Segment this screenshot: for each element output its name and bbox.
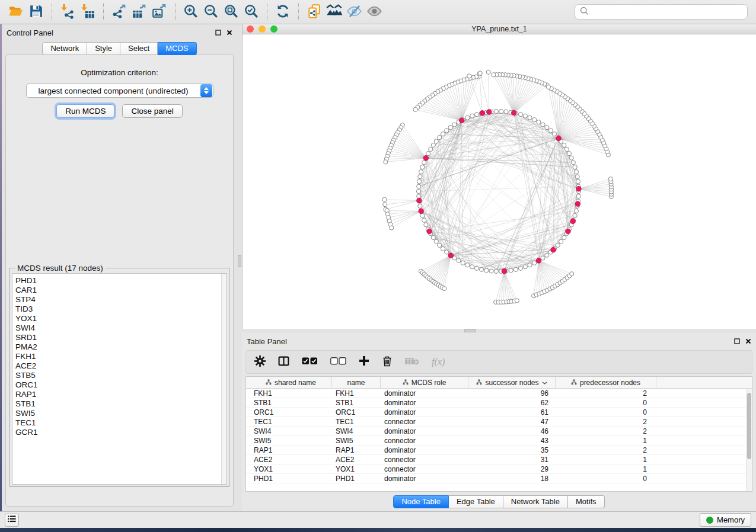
mcds-hub-node[interactable] bbox=[566, 229, 571, 234]
mcds-result-item[interactable]: SRD1 bbox=[15, 333, 227, 342]
mcds-hub-node[interactable] bbox=[576, 186, 582, 191]
network-overview-button[interactable] bbox=[324, 2, 344, 21]
zoom-out-button[interactable] bbox=[201, 2, 221, 21]
optimization-criterion-select[interactable]: largest connected component (undirected) bbox=[26, 84, 213, 98]
mcds-result-item[interactable]: GCR1 bbox=[15, 428, 227, 437]
mcds-hub-node[interactable] bbox=[502, 268, 507, 274]
table-row[interactable]: ORC1ORC1dominator610 bbox=[246, 408, 752, 417]
mcds-hub-node[interactable] bbox=[575, 201, 580, 207]
mcds-result-item[interactable]: PMA2 bbox=[15, 342, 227, 352]
mcds-result-item[interactable]: STB1 bbox=[15, 399, 227, 409]
mcds-hub-node[interactable] bbox=[419, 209, 424, 214]
mcds-hub-node[interactable] bbox=[448, 253, 454, 258]
column-header-successor-nodes[interactable]: successor nodes bbox=[468, 377, 556, 388]
table-row[interactable]: PHD1PHD1dominator180 bbox=[246, 474, 752, 483]
mcds-hub-node[interactable] bbox=[486, 110, 492, 115]
mcds-result-item[interactable]: FKH1 bbox=[15, 352, 227, 361]
node-table[interactable]: shared namenameMCDS rolesuccessor nodesp… bbox=[245, 376, 752, 492]
tab-style[interactable]: Style bbox=[87, 42, 120, 55]
mcds-result-item[interactable]: SWI4 bbox=[15, 323, 227, 333]
import-network-button[interactable] bbox=[58, 2, 78, 21]
table-row[interactable]: TEC1TEC1connector472 bbox=[246, 417, 752, 427]
mcds-result-list[interactable]: PHD1CAR1STP4TID3YOX1SWI4SRD1PMA2FKH1ACE2… bbox=[12, 273, 227, 485]
close-panel-icon[interactable] bbox=[227, 27, 232, 38]
table-row[interactable]: SWI4SWI4dominator462 bbox=[246, 427, 752, 436]
network-window-titlebar[interactable]: YPA_prune.txt_1 bbox=[243, 24, 756, 34]
table-row[interactable]: FKH1FKH1dominator962 bbox=[246, 389, 752, 398]
mcds-result-item[interactable]: STP4 bbox=[15, 295, 227, 305]
save-session-button[interactable] bbox=[26, 2, 46, 21]
column-header-predecessor-nodes[interactable]: predecessor nodes bbox=[556, 377, 656, 388]
network-canvas[interactable] bbox=[243, 34, 756, 329]
zoom-fit-button[interactable] bbox=[221, 2, 241, 21]
open-session-button[interactable] bbox=[6, 2, 26, 21]
add-column-icon[interactable] bbox=[359, 355, 369, 368]
table-row[interactable]: SWI5SWI5connector431 bbox=[246, 436, 752, 446]
tab-network-table[interactable]: Network Table bbox=[503, 495, 568, 508]
clone-network-button[interactable] bbox=[304, 2, 324, 21]
mcds-hub-node[interactable] bbox=[423, 156, 429, 161]
delete-column-icon[interactable] bbox=[382, 355, 393, 369]
tab-mcds[interactable]: MCDS bbox=[158, 42, 196, 55]
import-table-button[interactable] bbox=[78, 2, 98, 21]
select-all-checks-icon[interactable] bbox=[302, 357, 318, 367]
mcds-hub-node[interactable] bbox=[556, 136, 562, 141]
horizontal-splitter[interactable] bbox=[242, 329, 756, 333]
mcds-hub-node[interactable] bbox=[570, 219, 576, 224]
column-header-shared-name[interactable]: shared name bbox=[250, 377, 332, 388]
refresh-layout-button[interactable] bbox=[273, 2, 293, 21]
column-header-name[interactable]: name bbox=[332, 377, 381, 388]
mcds-hub-node[interactable] bbox=[459, 118, 464, 123]
export-table-button[interactable] bbox=[129, 2, 149, 21]
zoom-selected-button[interactable] bbox=[241, 2, 261, 21]
task-history-button[interactable] bbox=[5, 514, 19, 527]
mcds-result-item[interactable]: ORC1 bbox=[15, 380, 227, 390]
mcds-result-item[interactable]: TID3 bbox=[15, 305, 227, 314]
float-panel-icon[interactable] bbox=[215, 27, 221, 38]
tab-motifs[interactable]: Motifs bbox=[568, 495, 605, 508]
memory-button[interactable]: Memory bbox=[700, 513, 751, 527]
float-panel-icon[interactable] bbox=[734, 336, 740, 347]
mcds-result-item[interactable]: STB5 bbox=[15, 371, 227, 380]
mcds-hub-node[interactable] bbox=[536, 258, 541, 264]
column-header-MCDS-role[interactable]: MCDS role bbox=[381, 377, 468, 388]
table-row[interactable]: RAP1RAP1dominator352 bbox=[246, 446, 752, 455]
search-field[interactable] bbox=[575, 4, 748, 20]
tab-edge-table[interactable]: Edge Table bbox=[449, 495, 503, 508]
export-network-button[interactable] bbox=[109, 2, 129, 21]
mcds-hub-node[interactable] bbox=[427, 229, 432, 234]
mcds-hub-node[interactable] bbox=[551, 247, 556, 252]
column-layout-icon[interactable] bbox=[278, 356, 289, 368]
close-panel-icon[interactable] bbox=[745, 336, 751, 347]
tab-select[interactable]: Select bbox=[120, 42, 158, 55]
hide-details-button[interactable] bbox=[344, 2, 365, 21]
mcds-result-item[interactable]: SWI5 bbox=[15, 409, 227, 418]
mcds-hub-node[interactable] bbox=[417, 198, 422, 203]
mcds-result-item[interactable]: CAR1 bbox=[15, 286, 227, 295]
tab-node-table[interactable]: Node Table bbox=[393, 495, 449, 508]
close-panel-button[interactable]: Close panel bbox=[122, 104, 182, 118]
mcds-result-item[interactable]: RAP1 bbox=[15, 390, 227, 399]
search-input[interactable] bbox=[592, 8, 742, 17]
zoom-in-button[interactable] bbox=[181, 2, 201, 21]
table-scrollbar-thumb[interactable] bbox=[747, 393, 751, 459]
mcds-list-scrollbar[interactable] bbox=[221, 274, 227, 484]
tab-network[interactable]: Network bbox=[42, 42, 87, 55]
splitter-grip[interactable] bbox=[238, 255, 241, 267]
mcds-result-item[interactable]: ACE2 bbox=[15, 361, 227, 371]
mcds-hub-node[interactable] bbox=[480, 111, 485, 116]
deselect-all-checks-icon[interactable] bbox=[330, 357, 346, 367]
export-image-button[interactable] bbox=[149, 2, 170, 21]
splitter-grip[interactable] bbox=[464, 329, 476, 332]
mcds-result-item[interactable]: TEC1 bbox=[15, 418, 227, 428]
run-mcds-button[interactable]: Run MCDS bbox=[56, 104, 114, 118]
table-row[interactable]: ACE2ACE2connector311 bbox=[246, 455, 752, 464]
table-options-gear-icon[interactable] bbox=[254, 355, 266, 369]
table-row[interactable]: YOX1YOX1connector291 bbox=[246, 464, 752, 474]
mcds-hub-node[interactable] bbox=[511, 110, 516, 116]
mcds-result-item[interactable]: YOX1 bbox=[15, 314, 227, 323]
mcds-result-item[interactable]: PHD1 bbox=[15, 276, 227, 286]
show-details-button[interactable] bbox=[365, 2, 385, 21]
table-scrollbar[interactable] bbox=[746, 389, 752, 491]
vertical-splitter[interactable] bbox=[237, 24, 242, 511]
